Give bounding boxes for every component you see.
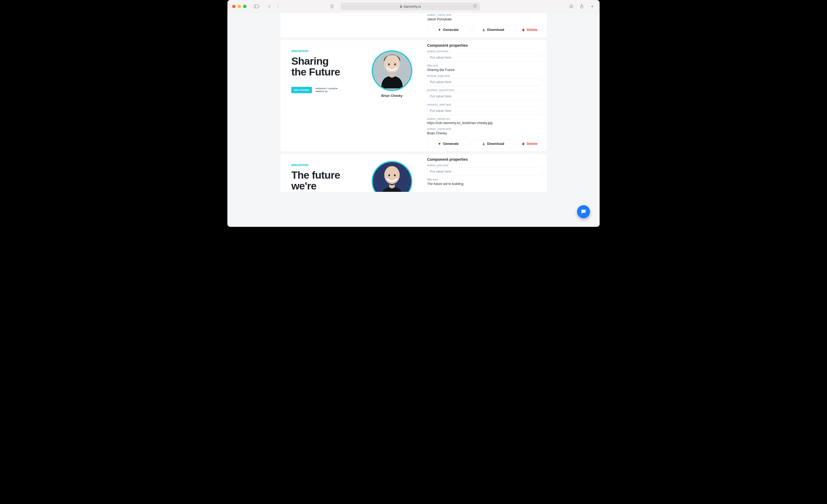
reload-button[interactable] bbox=[473, 4, 477, 9]
generate-label: Generate bbox=[443, 142, 459, 146]
banner-card: author_name.text Jakub Pomykała Generate bbox=[280, 13, 547, 38]
privacy-shield-icon[interactable] bbox=[329, 4, 335, 9]
generate-button[interactable]: Generate bbox=[427, 25, 470, 34]
lock-icon bbox=[400, 5, 402, 8]
banner-preview: atacamma Sharing the Future Join session… bbox=[285, 43, 423, 116]
avatar bbox=[372, 50, 412, 91]
svg-rect-3 bbox=[400, 6, 402, 8]
svg-point-12 bbox=[388, 174, 390, 176]
new-tab-button[interactable] bbox=[590, 4, 595, 9]
trash-icon bbox=[522, 28, 525, 32]
banner-person bbox=[372, 161, 412, 192]
prop-label: session_start.text bbox=[427, 103, 543, 106]
address-bar[interactable]: bannerly.io bbox=[341, 3, 480, 10]
delete-label: Delete bbox=[527, 142, 538, 146]
forward-button[interactable] bbox=[275, 4, 280, 9]
minimize-window-button[interactable] bbox=[238, 5, 241, 8]
chat-fab[interactable] bbox=[577, 205, 590, 219]
prop-label: textual_logo.text bbox=[427, 74, 543, 77]
prop-label: author_name.text bbox=[427, 13, 543, 17]
product-launch-input[interactable] bbox=[427, 92, 543, 101]
prop-value: Sharing the Future bbox=[427, 68, 543, 71]
close-window-button[interactable] bbox=[232, 5, 236, 8]
download-icon bbox=[482, 142, 485, 146]
prop-value: Brian Chesky bbox=[427, 131, 543, 135]
play-icon bbox=[438, 142, 441, 146]
url-host: bannerly.io bbox=[404, 4, 421, 8]
properties-title: Component properties bbox=[427, 157, 543, 162]
banner-card: atacamma Sharing the Future Join session… bbox=[280, 40, 547, 152]
generate-label: Generate bbox=[443, 28, 459, 32]
button-text-input[interactable] bbox=[427, 168, 543, 176]
download-label: Download bbox=[487, 142, 504, 146]
banner-card: atacamma The future we're bbox=[280, 154, 547, 192]
svg-point-9 bbox=[388, 63, 390, 65]
banner-person: Brian Chesky bbox=[372, 50, 412, 98]
prop-label: button_text.text bbox=[427, 49, 543, 53]
svg-point-10 bbox=[394, 63, 396, 65]
safari-window: bannerly.io bbox=[227, 0, 599, 227]
prop-value: The future we're building bbox=[427, 182, 543, 185]
delete-label: Delete bbox=[527, 28, 538, 32]
play-icon bbox=[438, 28, 441, 32]
prop-label: author_name.text bbox=[427, 127, 543, 131]
prop-label: author_photo.src bbox=[427, 117, 543, 121]
banner-person-name: Brian Chesky bbox=[372, 94, 412, 98]
download-button[interactable]: Download bbox=[472, 139, 515, 148]
svg-point-13 bbox=[394, 174, 396, 176]
properties-title: Component properties bbox=[427, 43, 543, 48]
textual-logo-input[interactable] bbox=[427, 78, 543, 86]
prop-label: product_launch.text bbox=[427, 88, 543, 92]
prop-value: https://cdn.bannerly.io/_test/brian-ches… bbox=[427, 121, 543, 125]
session-start-input[interactable] bbox=[427, 107, 543, 115]
prop-label: button_text.text bbox=[427, 163, 543, 167]
download-button[interactable]: Download bbox=[472, 25, 515, 34]
browser-toolbar: bannerly.io bbox=[227, 0, 599, 13]
back-button[interactable] bbox=[267, 4, 272, 9]
page-content: author_name.text Jakub Pomykała Generate bbox=[227, 13, 599, 227]
window-controls bbox=[232, 5, 246, 8]
share-button[interactable] bbox=[579, 4, 584, 9]
banner-meta: PRODUCT LAUNCH MARCH 29 bbox=[316, 87, 338, 93]
button-text-input[interactable] bbox=[427, 54, 543, 62]
sidebar-toggle-button[interactable] bbox=[254, 4, 261, 8]
generate-button[interactable]: Generate bbox=[427, 139, 470, 148]
avatar bbox=[372, 161, 412, 192]
prop-value: Jakub Pomykała bbox=[427, 17, 543, 21]
delete-button[interactable]: Delete bbox=[517, 139, 542, 148]
prop-label: title.text bbox=[427, 178, 543, 181]
trash-icon bbox=[522, 142, 525, 146]
maximize-window-button[interactable] bbox=[243, 5, 247, 8]
downloads-button[interactable] bbox=[569, 4, 574, 9]
prop-label: title.text bbox=[427, 64, 543, 67]
banner-cta-button: Join session bbox=[291, 87, 312, 93]
chat-icon bbox=[580, 209, 586, 215]
download-label: Download bbox=[487, 28, 504, 32]
chevron-down-icon bbox=[259, 5, 261, 7]
banner-preview: atacamma The future we're bbox=[285, 157, 423, 192]
delete-button[interactable]: Delete bbox=[517, 25, 542, 34]
download-icon bbox=[482, 28, 485, 32]
svg-rect-0 bbox=[254, 5, 258, 8]
